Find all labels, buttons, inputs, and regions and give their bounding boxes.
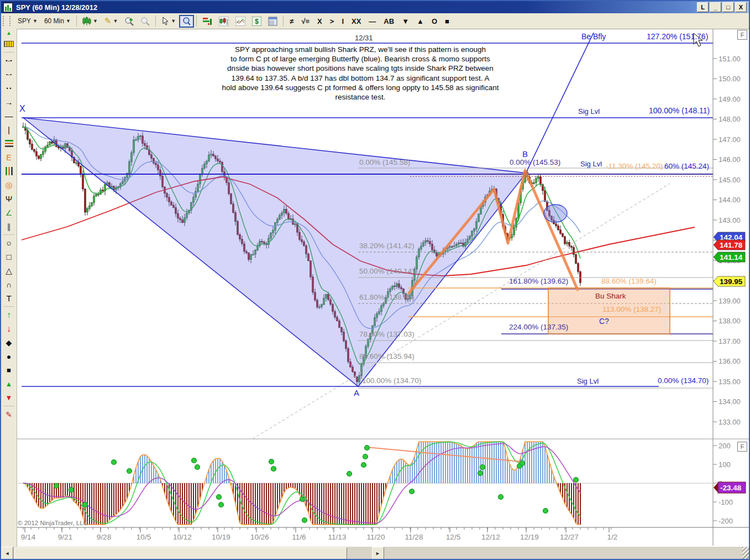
text-icon[interactable]: T bbox=[3, 292, 15, 304]
arrow-line-icon[interactable]: → bbox=[3, 96, 15, 108]
svg-text:133.00: 133.00 bbox=[718, 418, 741, 426]
fib-circle-icon[interactable]: ◎ bbox=[3, 179, 15, 191]
date-axis-label: 10/19 bbox=[212, 533, 230, 541]
ellipse-icon[interactable]: ○ bbox=[3, 237, 15, 249]
toolbar-grip[interactable] bbox=[3, 16, 6, 26]
arc-icon[interactable]: ∩ bbox=[3, 279, 15, 290]
chart-annotation: SPY approaching small bullish Shark PRZ,… bbox=[189, 45, 532, 102]
square-icon[interactable]: ■ bbox=[3, 364, 15, 376]
draw-tool-button[interactable]: ✎ ▼ bbox=[101, 14, 122, 28]
extended-line-icon[interactable]: • • bbox=[3, 82, 15, 94]
cursor-tool-button[interactable]: ▼ bbox=[158, 15, 179, 27]
triangle-up-marker-button[interactable]: ▲ bbox=[413, 16, 428, 27]
zoom-in-button[interactable] bbox=[121, 15, 137, 28]
diamond-icon[interactable]: ◆ bbox=[3, 337, 15, 348]
svg-text:$: $ bbox=[255, 18, 259, 25]
minimize-button[interactable]: _ bbox=[710, 2, 721, 12]
collapse-arrow-icon[interactable]: ▲ bbox=[6, 30, 12, 36]
label-x-point: X bbox=[19, 104, 25, 114]
greater-marker-button[interactable]: > bbox=[326, 16, 338, 27]
momentum-panel-f-button[interactable]: F bbox=[737, 442, 747, 452]
date-axis-label: 12/19 bbox=[520, 533, 539, 541]
interval-selector[interactable]: 60 Min▼ bbox=[41, 15, 74, 27]
date-axis-label: 11/13 bbox=[328, 533, 347, 541]
scroll-left-button[interactable]: ◄ bbox=[1, 547, 13, 560]
triangle-up-icon[interactable]: ▲ bbox=[3, 378, 15, 390]
vertical-line-icon[interactable]: | bbox=[3, 124, 15, 135]
svg-text:100: 100 bbox=[718, 460, 731, 469]
ab-marker-button[interactable]: AB bbox=[380, 16, 398, 27]
account-data-button[interactable]: $ bbox=[249, 15, 265, 28]
arrow-down-icon[interactable]: ↓ bbox=[3, 323, 15, 334]
scroll-right-button[interactable]: ► bbox=[372, 547, 384, 560]
gann-fan-icon[interactable]: ∠ bbox=[3, 207, 15, 218]
segment-icon[interactable]: •–• bbox=[3, 55, 15, 66]
label-sig-lvl-3: Sig Lvl bbox=[577, 378, 599, 385]
pitchfork-icon[interactable]: Ψ bbox=[3, 193, 15, 205]
i-marker-button[interactable]: I bbox=[338, 16, 348, 27]
toolbar-grip2[interactable] bbox=[9, 16, 13, 26]
chart-window-button[interactable] bbox=[216, 15, 232, 28]
dash-marker-button[interactable]: — bbox=[365, 16, 380, 27]
svg-text:139.00: 139.00 bbox=[718, 297, 741, 305]
xx-marker-button[interactable]: XX bbox=[348, 16, 365, 27]
ruler-icon[interactable] bbox=[3, 38, 15, 50]
maximize-button[interactable]: □ bbox=[722, 2, 734, 12]
window-title: SPY (60 Min) 12/28/2012 bbox=[16, 3, 97, 12]
chevron-down-icon: ▼ bbox=[66, 18, 71, 24]
label-fib-22400: 224.00% (137.35) bbox=[509, 323, 568, 332]
svg-text:-200: -200 bbox=[718, 517, 733, 525]
panel-icon bbox=[268, 17, 277, 26]
date-axis-label: 11/6 bbox=[292, 533, 306, 541]
zoom-out-button[interactable] bbox=[137, 15, 153, 28]
ray-icon[interactable]: •–• bbox=[3, 69, 15, 80]
magnify-mode-button[interactable] bbox=[179, 15, 194, 28]
x-marker-button[interactable]: X bbox=[313, 16, 326, 27]
chart-style-button[interactable]: ▼ bbox=[79, 15, 101, 27]
annotation-line: resistance test. bbox=[189, 92, 532, 102]
sqrt-marker-button[interactable]: √≡ bbox=[297, 16, 313, 27]
market-analyzer-button[interactable] bbox=[199, 15, 216, 28]
scrollbar-thumb[interactable] bbox=[14, 547, 347, 560]
triangle-down-marker-button[interactable]: ▼ bbox=[398, 16, 413, 27]
momentum-marker-label: -23.48 bbox=[720, 484, 742, 492]
triangle-down-icon[interactable]: ▼ bbox=[3, 392, 15, 404]
horizontal-scrollbar[interactable]: ◄ ► bbox=[1, 547, 750, 560]
price-marker-label: 141.78 bbox=[720, 241, 743, 249]
svg-text:138.00: 138.00 bbox=[718, 317, 741, 325]
dot-icon[interactable]: ● bbox=[3, 350, 15, 362]
not-equal-marker-button[interactable]: ≠ bbox=[286, 16, 297, 27]
fib-time-icon[interactable] bbox=[3, 165, 15, 177]
circle-marker-button[interactable]: O bbox=[428, 16, 441, 27]
link-button[interactable]: L bbox=[697, 2, 709, 12]
arrow-up-icon[interactable]: ↑ bbox=[3, 309, 15, 321]
symbol-selector[interactable]: SPY▼ bbox=[14, 15, 41, 27]
zoom-in-icon bbox=[124, 17, 134, 26]
date-axis-label: 1/2 bbox=[607, 533, 618, 541]
svg-text:146.00: 146.00 bbox=[718, 155, 741, 164]
close-button[interactable]: X bbox=[735, 2, 747, 12]
label-fib-12720: 127.20% (151.76) bbox=[647, 33, 708, 41]
parallel-lines-icon[interactable]: ∥ bbox=[3, 221, 15, 232]
main-toolbar: SPY▼ 60 Min▼ ▼ ✎ ▼ ▼ bbox=[1, 13, 749, 29]
title-bar[interactable]: SPY (60 Min) 12/28/2012 L_□X bbox=[1, 1, 749, 13]
rectangle-icon[interactable]: □ bbox=[3, 251, 15, 263]
label-sig-lvl-2: Sig Lvl bbox=[580, 160, 602, 168]
dom-panel-button[interactable] bbox=[265, 15, 281, 28]
svg-text:145.00: 145.00 bbox=[718, 176, 741, 184]
svg-text:136.00: 136.00 bbox=[718, 357, 741, 365]
label-fib-5000: 50.00% (140.14) bbox=[359, 268, 415, 276]
triangle-icon[interactable]: △ bbox=[3, 265, 15, 276]
horizontal-line-icon[interactable]: — bbox=[3, 110, 15, 122]
svg-text:148.00: 148.00 bbox=[718, 115, 741, 123]
label-sig-lvl-1: Sig Lvl bbox=[578, 108, 600, 116]
price-panel-f-button[interactable]: F bbox=[737, 30, 747, 40]
chevron-down-icon: ▼ bbox=[171, 18, 176, 24]
fib-retracement-icon[interactable] bbox=[3, 138, 15, 149]
eraser-icon[interactable]: ✎ bbox=[3, 409, 15, 420]
pencil-icon: ✎ bbox=[104, 16, 112, 26]
fib-extension-icon[interactable]: E bbox=[3, 151, 15, 163]
line-chart-button[interactable] bbox=[232, 15, 249, 28]
resize-grip[interactable] bbox=[742, 547, 750, 560]
square-marker-button[interactable]: ■ bbox=[441, 16, 453, 27]
